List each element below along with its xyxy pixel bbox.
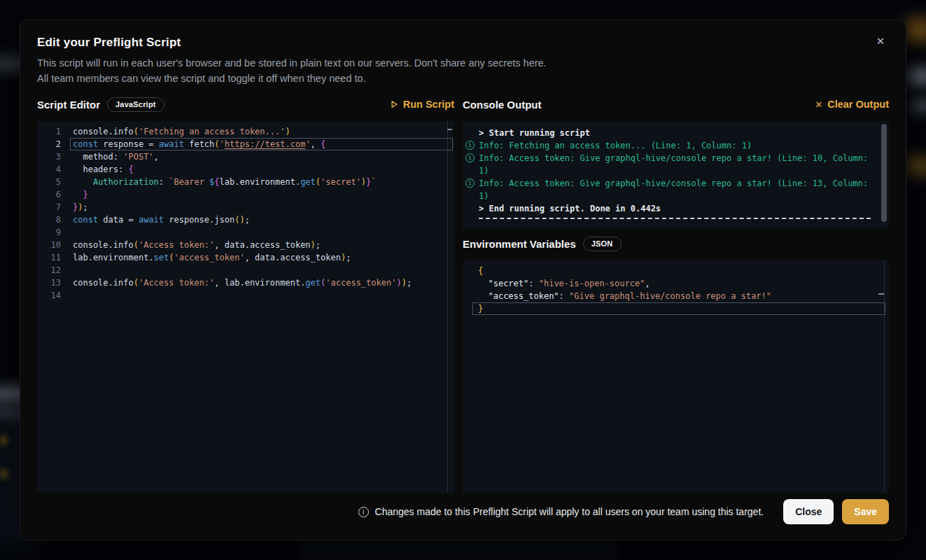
console-info-icon: i (465, 141, 475, 150)
clear-output-button[interactable]: ✕ Clear Output (815, 99, 889, 110)
env-line-3[interactable]: "access_token": "Give graphql-hive/conso… (463, 290, 889, 302)
script-line-1[interactable]: 1console.info('Fetching an access token.… (37, 125, 454, 138)
script-editor-overview-mark (447, 129, 452, 130)
code-text: headers: { (73, 163, 134, 176)
console-info-icon: i (465, 178, 475, 188)
script-line-7[interactable]: 7}); (37, 201, 454, 214)
info-icon: i (358, 507, 369, 517)
line-number: 12 (37, 264, 61, 276)
code-text: { (478, 265, 483, 277)
console-message-1: > Start running script (465, 127, 878, 139)
console-message-text: Info: Fetching an access token... (Line:… (479, 139, 878, 152)
code-text: }); (73, 201, 88, 214)
console-separator (479, 218, 871, 219)
code-text: console.info('Access token:', data.acces… (73, 239, 321, 251)
script-line-5[interactable]: 5 Authorization: `Bearer ${lab.environme… (37, 176, 454, 188)
console-icon-spacer (465, 204, 475, 213)
console-message-text: > Start running script (479, 127, 878, 139)
console-message-2: iInfo: Fetching an access token... (Line… (465, 139, 878, 152)
script-editor-title: Script Editor (37, 99, 100, 111)
script-editor-lines: 1console.info('Fetching an access token.… (37, 125, 454, 302)
console-messages: > Start running scriptiInfo: Fetching an… (465, 127, 878, 219)
line-number: 5 (37, 176, 61, 188)
line-number: 9 (37, 226, 61, 239)
modal-title: Edit your Preflight Script (37, 36, 889, 50)
line-number: 14 (37, 289, 61, 302)
env-editor[interactable]: { "secret": "hive-is-open-source", "acce… (463, 260, 889, 493)
close-button[interactable]: Close (783, 499, 834, 524)
env-line-4[interactable]: } (463, 302, 889, 315)
clear-output-label: Clear Output (827, 99, 889, 110)
description-line-1: This script will run in each user's brow… (37, 55, 889, 71)
script-line-3[interactable]: 3 method: 'POST', (37, 150, 454, 163)
script-line-13[interactable]: 13console.info('Access token:', lab.envi… (37, 276, 454, 289)
run-script-button[interactable]: Run Script (391, 99, 454, 110)
console-scrollbar-thumb[interactable] (881, 124, 887, 222)
line-number: 13 (37, 276, 61, 289)
console-message-text: > End running script. Done in 0.442s (479, 202, 878, 215)
code-text: "secret": "hive-is-open-source", (478, 277, 650, 290)
script-line-4[interactable]: 4 headers: { (37, 163, 454, 176)
code-text: "access_token": "Give graphql-hive/conso… (478, 290, 771, 302)
javascript-badge: JavaScript (107, 97, 164, 112)
script-editor-scrollbar-track (447, 121, 448, 493)
code-text: } (73, 188, 88, 201)
env-editor-lines: { "secret": "hive-is-open-source", "acce… (463, 265, 889, 315)
code-text: lab.environment.set('access_token', data… (73, 251, 351, 264)
line-number: 11 (37, 251, 61, 264)
script-line-8[interactable]: 8const data = await response.json(); (37, 214, 454, 226)
script-line-10[interactable]: 10console.info('Access token:', data.acc… (37, 239, 454, 251)
code-text: Authorization: `Bearer ${lab.environment… (73, 176, 377, 188)
console-title: Console Output (463, 99, 542, 111)
close-icon[interactable]: ✕ (871, 31, 890, 51)
script-line-11[interactable]: 11lab.environment.set('access_token', da… (37, 251, 454, 264)
env-line-1[interactable]: { (463, 265, 889, 277)
script-line-6[interactable]: 6 } (37, 188, 454, 201)
line-number: 4 (37, 163, 61, 176)
env-header: Environment Variables JSON (463, 235, 889, 252)
code-text: console.info('Fetching an access token..… (73, 125, 290, 138)
script-line-2[interactable]: 2const response = await fetch('https://t… (37, 138, 454, 150)
console-output[interactable]: > Start running scriptiInfo: Fetching an… (463, 121, 889, 229)
line-number: 3 (37, 150, 61, 163)
code-text: method: 'POST', (73, 150, 159, 163)
footer-notice: i Changes made to this Preflight Script … (358, 506, 764, 517)
console-info-icon: i (465, 153, 475, 162)
line-number: 7 (37, 201, 61, 214)
code-text: const data = await response.json(); (73, 214, 250, 226)
script-editor-column: Script Editor JavaScript Run Script 1con… (37, 96, 454, 493)
modal-description: This script will run in each user's brow… (37, 55, 889, 86)
env-editor-scrollbar-track (884, 260, 885, 493)
script-line-9[interactable]: 9 (37, 226, 454, 239)
modal-footer: i Changes made to this Preflight Script … (37, 498, 889, 525)
line-number: 6 (37, 188, 61, 201)
save-button[interactable]: Save (842, 499, 889, 524)
line-number: 10 (37, 239, 61, 251)
env-title: Environment Variables (463, 238, 576, 250)
code-text: console.info('Access token:', lab.enviro… (73, 276, 412, 289)
run-script-label: Run Script (403, 99, 454, 110)
script-editor-header: Script Editor JavaScript Run Script (37, 96, 454, 113)
json-badge: JSON (583, 237, 622, 251)
description-line-2: All team members can view the script and… (37, 71, 889, 86)
script-line-14[interactable]: 14 (37, 289, 454, 302)
play-icon (391, 100, 398, 108)
modal-header: Edit your Preflight Script ✕ This script… (20, 20, 906, 86)
console-header: Console Output ✕ Clear Output (463, 96, 889, 113)
output-column: Console Output ✕ Clear Output > Start ru… (463, 96, 889, 493)
script-editor[interactable]: 1console.info('Fetching an access token.… (37, 121, 454, 493)
code-text: } (478, 302, 483, 315)
env-line-2[interactable]: "secret": "hive-is-open-source", (463, 277, 889, 290)
console-icon-spacer (465, 128, 475, 137)
console-message-3: iInfo: Access token: Give graphql-hive/c… (465, 152, 878, 177)
footer-notice-text: Changes made to this Preflight Script wi… (375, 506, 764, 517)
console-message-text: Info: Access token: Give graphql-hive/co… (479, 177, 878, 202)
env-editor-overview-mark (878, 293, 884, 295)
console-message-text: Info: Access token: Give graphql-hive/co… (479, 152, 878, 177)
line-number: 2 (37, 138, 61, 150)
clear-icon: ✕ (815, 99, 822, 110)
script-line-12[interactable]: 12 (37, 264, 454, 276)
line-number: 8 (37, 214, 61, 226)
line-number: 1 (37, 125, 61, 138)
console-message-4: iInfo: Access token: Give graphql-hive/c… (465, 177, 878, 202)
